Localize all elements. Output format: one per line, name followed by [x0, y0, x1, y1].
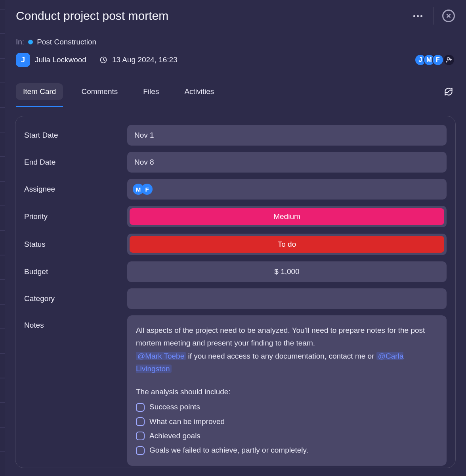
label-notes: Notes: [24, 315, 127, 330]
priority-pill: Medium: [130, 208, 444, 225]
checklist-item: Achieved goals: [136, 430, 438, 442]
location-row: In: Post Construction: [16, 38, 455, 46]
owner-row: J Julia Lockwood 13 Aug 2024, 16:23 J M …: [16, 53, 455, 67]
svg-point-2: [448, 91, 449, 92]
owner-avatar[interactable]: J: [16, 53, 30, 67]
value-start-date[interactable]: Nov 1: [127, 125, 447, 146]
tab-files[interactable]: Files: [136, 83, 166, 100]
value-assignee[interactable]: M F: [127, 179, 447, 200]
section-name[interactable]: Post Construction: [37, 38, 96, 46]
checkbox[interactable]: [136, 403, 145, 412]
clock-icon: [99, 56, 107, 64]
label-budget: Budget: [24, 267, 127, 276]
meta-bar: In: Post Construction J Julia Lockwood 1…: [5, 32, 466, 69]
task-detail-panel: Conduct project post mortem In: Post Con…: [5, 0, 466, 476]
item-card: Start Date Nov 1 End Date Nov 8 Assignee…: [15, 116, 456, 468]
header-actions: [411, 7, 455, 25]
label-priority: Priority: [24, 212, 127, 221]
checklist-label: Achieved goals: [149, 430, 201, 442]
status-pill: To do: [130, 236, 444, 253]
label-start-date: Start Date: [24, 131, 127, 140]
mention-user[interactable]: @Mark Toebe: [136, 352, 186, 360]
notes-text: All aspects of the project need to be an…: [136, 326, 425, 347]
header: Conduct project post mortem: [5, 0, 466, 32]
value-category[interactable]: [127, 288, 447, 309]
add-participant-button[interactable]: [443, 54, 455, 66]
value-end-date[interactable]: Nov 8: [127, 152, 447, 173]
row-category: Category: [24, 288, 447, 309]
tabs-bar: Item Card Comments Files Activities: [5, 76, 466, 100]
more-menu-button[interactable]: [411, 9, 424, 23]
label-category: Category: [24, 294, 127, 303]
row-start-date: Start Date Nov 1: [24, 125, 447, 146]
tab-activities[interactable]: Activities: [177, 83, 221, 100]
row-budget: Budget $ 1,000: [24, 261, 447, 282]
app-left-strip: [0, 0, 5, 476]
close-button[interactable]: [442, 10, 455, 22]
checklist-item: Goals we failed to achieve, partly or co…: [136, 444, 438, 457]
row-notes: Notes All aspects of the project need to…: [24, 315, 447, 466]
notes-paragraph: All aspects of the project need to be an…: [136, 324, 438, 375]
tab-item-card[interactable]: Item Card: [16, 83, 63, 100]
assignee-avatar: F: [141, 184, 153, 195]
notes-text: if you need access to any documentation,…: [186, 352, 376, 360]
row-assignee: Assignee M F: [24, 179, 447, 200]
tab-comments[interactable]: Comments: [74, 83, 125, 100]
task-title: Conduct project post mortem: [16, 9, 411, 23]
divider: [433, 7, 434, 25]
divider: [93, 56, 93, 64]
checkbox[interactable]: [136, 432, 145, 440]
svg-point-1: [447, 58, 450, 60]
checklist-label: Goals we failed to achieve, partly or co…: [149, 444, 308, 457]
row-status: Status To do: [24, 234, 447, 255]
notes-subheading: The analysis should include:: [136, 386, 438, 398]
in-label: In:: [16, 38, 24, 46]
sync-button[interactable]: [442, 85, 455, 98]
checkbox[interactable]: [136, 446, 145, 455]
label-assignee: Assignee: [24, 185, 127, 194]
row-priority: Priority Medium: [24, 206, 447, 227]
checklist-item: What can be improved: [136, 415, 438, 428]
tabs: Item Card Comments Files Activities: [16, 83, 221, 100]
add-person-icon: [445, 56, 453, 63]
row-end-date: End Date Nov 8: [24, 152, 447, 173]
notes-editor[interactable]: All aspects of the project need to be an…: [127, 315, 447, 466]
section-color-dot: [28, 40, 33, 44]
sync-icon: [443, 86, 454, 97]
close-icon: [446, 13, 451, 19]
owner-name[interactable]: Julia Lockwood: [35, 56, 86, 64]
timestamp: 13 Aug 2024, 16:23: [112, 56, 178, 64]
label-end-date: End Date: [24, 158, 127, 167]
value-budget[interactable]: $ 1,000: [127, 261, 447, 282]
checklist-label: What can be improved: [149, 415, 225, 428]
checklist-label: Success points: [149, 401, 200, 413]
label-status: Status: [24, 240, 127, 249]
value-status-wrap[interactable]: To do: [127, 234, 447, 255]
value-priority-wrap[interactable]: Medium: [127, 206, 447, 227]
checkbox[interactable]: [136, 417, 145, 426]
participant-avatar[interactable]: F: [432, 54, 444, 66]
participants: J M F: [414, 54, 455, 66]
checklist-item: Success points: [136, 401, 438, 413]
